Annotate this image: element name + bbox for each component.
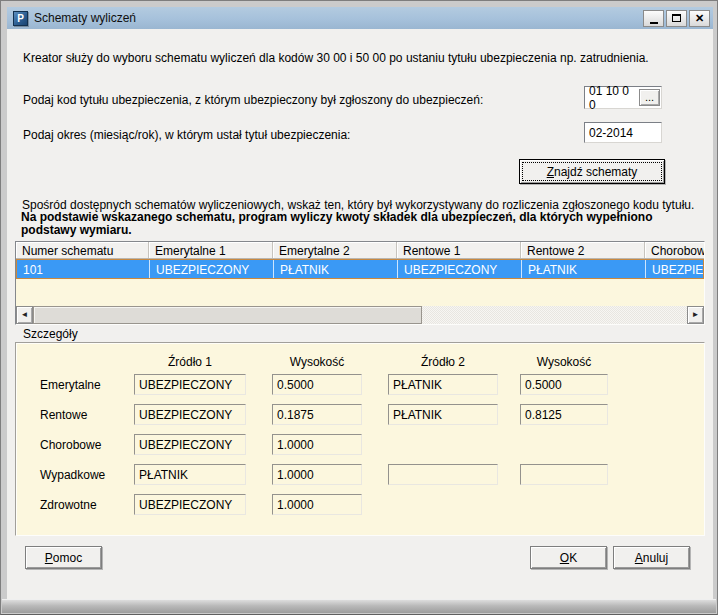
details-wypadkowe-wysokosc2-field[interactable] — [520, 464, 608, 485]
period-field[interactable]: 02-2014 — [584, 122, 662, 143]
details-row-label-chorobowe: Chorobowe — [40, 438, 101, 452]
details-row-label-wypadkowe: Wypadkowe — [40, 468, 105, 482]
minimize-button[interactable] — [643, 10, 664, 27]
scroll-thumb[interactable] — [33, 306, 422, 324]
details-chorobowe-wysokosc1-field[interactable]: 1.0000 — [272, 434, 362, 455]
dialog-client-area: Kreator służy do wyboru schematu wylicze… — [7, 29, 713, 600]
details-emerytalne-zrodlo2-field[interactable]: PŁATNIK — [388, 374, 498, 395]
column-header-6[interactable]: Chorobowe — [645, 242, 704, 258]
titlebar: P Schematy wyliczeń ✕ — [7, 7, 713, 29]
details-row-label-rentowe: Rentowe — [40, 408, 87, 422]
scroll-left-arrow[interactable]: ◄ — [16, 306, 33, 324]
schemes-table-header: Numer schematuEmerytalne 1Emerytalne 2Re… — [16, 242, 704, 259]
details-header-3: Źródło 2 — [388, 355, 498, 369]
column-header-5[interactable]: Rentowe 2 — [521, 242, 645, 258]
details-rentowe-wysokosc1-field[interactable]: 0.1875 — [272, 404, 362, 425]
details-zdrowotne-zrodlo1-field[interactable]: UBEZPIECZONY — [134, 494, 246, 515]
details-emerytalne-wysokosc1-field[interactable]: 0.5000 — [272, 374, 362, 395]
details-wypadkowe-wysokosc1-field[interactable]: 1.0000 — [272, 464, 362, 485]
browse-code-button[interactable]: ... — [639, 89, 660, 106]
scheme-cell-3: PŁATNIK — [274, 260, 398, 278]
intro-text: Kreator służy do wyboru schematu wylicze… — [23, 51, 649, 65]
dialog-window: P Schematy wyliczeń ✕ Kreator służy do w… — [0, 0, 718, 615]
details-zdrowotne-wysokosc1-field[interactable]: 1.0000 — [272, 494, 362, 515]
window-controls: ✕ — [643, 10, 710, 27]
details-row-label-emerytalne: Emerytalne — [40, 378, 101, 392]
scheme-cell-4: UBEZPIECZONY — [398, 260, 522, 278]
schemes-table-empty-area[interactable] — [16, 279, 704, 307]
ok-button[interactable]: OK — [530, 546, 607, 569]
insurance-code-field[interactable]: 01 10 0 0 ... — [584, 86, 662, 109]
details-header-1: Źródło 1 — [134, 355, 246, 369]
bottom-resize-bar — [2, 599, 716, 613]
details-title: Szczegóły — [23, 327, 78, 341]
hint-bold-text: Na podstawie wskazanego schematu, progra… — [21, 211, 707, 237]
help-button[interactable]: Pomoc — [25, 546, 102, 569]
details-rentowe-wysokosc2-field[interactable]: 0.8125 — [520, 404, 608, 425]
schemes-table: Numer schematuEmerytalne 1Emerytalne 2Re… — [15, 241, 705, 325]
selected-scheme-row[interactable]: 101UBEZPIECZONYPŁATNIKUBEZPIECZONYPŁATNI… — [16, 259, 704, 279]
scheme-cell-1: 101 — [17, 260, 150, 278]
period-label: Podaj okres (miesiąc/rok), w którym usta… — [23, 128, 350, 142]
details-row-label-zdrowotne: Zdrowotne — [40, 498, 97, 512]
details-rentowe-zrodlo1-field[interactable]: UBEZPIECZONY — [134, 404, 246, 425]
scroll-right-arrow[interactable]: ► — [687, 306, 704, 324]
scheme-cell-5: PŁATNIK — [522, 260, 646, 278]
column-header-3[interactable]: Emerytalne 2 — [273, 242, 397, 258]
maximize-button[interactable] — [666, 10, 687, 27]
details-emerytalne-wysokosc2-field[interactable]: 0.5000 — [520, 374, 608, 395]
details-emerytalne-zrodlo1-field[interactable]: UBEZPIECZONY — [134, 374, 246, 395]
close-button[interactable]: ✕ — [689, 10, 710, 27]
maximize-icon — [672, 14, 681, 22]
app-icon: P — [13, 11, 28, 26]
period-value: 02-2014 — [589, 126, 633, 140]
details-wypadkowe-zrodlo2-field[interactable] — [388, 464, 498, 485]
details-section: Źródło 1WysokośćŹródło 2Wysokość Emeryta… — [15, 342, 705, 536]
column-header-4[interactable]: Rentowe 1 — [397, 242, 521, 258]
insurance-code-label: Podaj kod tytułu ubezpieczenia, z którym… — [23, 93, 483, 107]
insurance-code-value: 01 10 0 0 — [589, 84, 639, 112]
details-header-4: Wysokość — [520, 355, 608, 369]
close-icon: ✕ — [695, 13, 704, 24]
details-wypadkowe-zrodlo1-field[interactable]: PŁATNIK — [134, 464, 246, 485]
minimize-icon — [650, 22, 658, 24]
scheme-cell-2: UBEZPIECZONY — [150, 260, 274, 278]
horizontal-scrollbar[interactable]: ◄ ► — [16, 306, 704, 324]
details-chorobowe-zrodlo1-field[interactable]: UBEZPIECZONY — [134, 434, 246, 455]
window-title: Schematy wyliczeń — [34, 11, 136, 25]
cancel-button[interactable]: Anuluj — [613, 546, 690, 569]
details-header-2: Wysokość — [272, 355, 362, 369]
find-schemes-button[interactable]: Znajdź schematy — [519, 159, 665, 184]
column-header-1[interactable]: Numer schematu — [16, 242, 149, 258]
scheme-cell-6: UBEZPIECZONY — [646, 260, 704, 278]
column-header-2[interactable]: Emerytalne 1 — [149, 242, 273, 258]
details-rentowe-zrodlo2-field[interactable]: PŁATNIK — [388, 404, 498, 425]
